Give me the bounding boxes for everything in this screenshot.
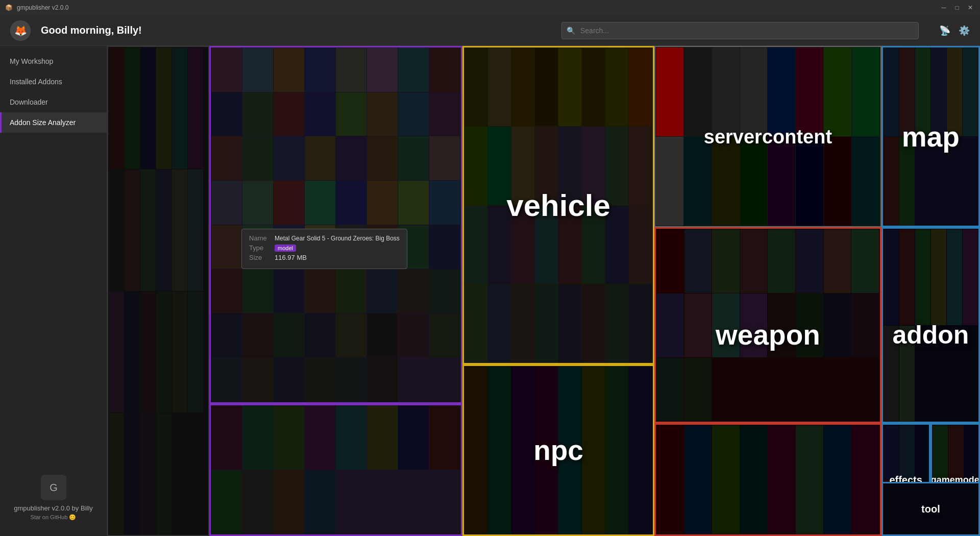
addon-thumb[interactable] xyxy=(605,284,628,362)
addon-thumb[interactable] xyxy=(582,206,605,284)
addon-thumb[interactable] xyxy=(511,127,534,205)
addon-thumb[interactable] xyxy=(796,294,823,357)
addon-thumb[interactable] xyxy=(429,136,460,180)
addon-thumb[interactable] xyxy=(488,127,511,205)
rss-icon[interactable]: 📡 xyxy=(939,25,950,36)
addon-thumb[interactable] xyxy=(305,358,335,402)
treemap-cell-model[interactable]: Name Metal Gear Solid 5 - Ground Zeroes:… xyxy=(209,46,462,404)
addon-thumb[interactable] xyxy=(488,206,511,284)
addon-thumb[interactable] xyxy=(768,47,795,136)
addon-thumb[interactable] xyxy=(140,291,156,413)
addon-thumb[interactable] xyxy=(464,367,487,534)
addon-thumb[interactable] xyxy=(172,169,187,291)
addon-thumb[interactable] xyxy=(582,48,605,126)
addon-thumb[interactable] xyxy=(125,47,140,169)
addon-thumb[interactable] xyxy=(274,406,304,470)
addon-thumb[interactable] xyxy=(656,425,684,534)
addon-thumb[interactable] xyxy=(211,136,242,180)
addon-thumb[interactable] xyxy=(712,47,740,136)
treemap-cell-map[interactable]: map xyxy=(881,46,980,227)
addon-thumb[interactable] xyxy=(305,181,335,225)
addon-thumb[interactable] xyxy=(211,406,242,470)
addon-thumb[interactable] xyxy=(824,294,851,357)
addon-thumb[interactable] xyxy=(582,367,605,534)
addon-thumb[interactable] xyxy=(156,291,172,413)
addon-thumb[interactable] xyxy=(947,229,962,325)
addon-thumb[interactable] xyxy=(305,406,335,470)
addon-thumb[interactable] xyxy=(367,358,398,402)
addon-thumb[interactable] xyxy=(140,413,156,534)
addon-thumb[interactable] xyxy=(367,225,398,269)
addon-thumb[interactable] xyxy=(535,127,558,205)
addon-thumb[interactable] xyxy=(684,425,712,534)
addon-thumb[interactable] xyxy=(899,48,915,136)
addon-thumb[interactable] xyxy=(488,367,511,534)
addon-thumb[interactable] xyxy=(429,181,460,225)
addon-thumb[interactable] xyxy=(242,136,273,180)
addon-thumb[interactable] xyxy=(336,406,366,470)
addon-thumb[interactable] xyxy=(605,127,628,205)
addon-thumb[interactable] xyxy=(684,47,712,136)
addon-thumb[interactable] xyxy=(824,47,851,136)
addon-thumb[interactable] xyxy=(931,229,946,325)
addon-thumb[interactable] xyxy=(211,313,242,357)
addon-thumb[interactable] xyxy=(242,313,273,357)
addon-thumb[interactable] xyxy=(242,406,273,470)
addon-thumb[interactable] xyxy=(125,169,140,291)
addon-thumb[interactable] xyxy=(656,229,684,293)
addon-thumb[interactable] xyxy=(511,284,534,362)
sidebar-item-downloader[interactable]: Downloader xyxy=(0,92,107,112)
addon-thumb[interactable] xyxy=(605,367,628,534)
addon-thumb[interactable] xyxy=(464,127,487,205)
addon-thumb[interactable] xyxy=(274,270,304,313)
addon-thumb[interactable] xyxy=(488,284,511,362)
addon-thumb[interactable] xyxy=(274,181,304,225)
addon-thumb[interactable] xyxy=(336,358,366,402)
addon-thumb[interactable] xyxy=(429,313,460,357)
addon-thumb[interactable] xyxy=(274,48,304,92)
addon-thumb[interactable] xyxy=(824,137,851,226)
addon-thumb[interactable] xyxy=(305,470,335,534)
addon-thumb[interactable] xyxy=(274,470,304,534)
addon-thumb[interactable] xyxy=(824,229,851,293)
addon-thumb[interactable] xyxy=(211,92,242,136)
addon-thumb[interactable] xyxy=(884,48,899,136)
addon-thumb[interactable] xyxy=(429,406,460,470)
addon-thumb[interactable] xyxy=(582,284,605,362)
addon-thumb[interactable] xyxy=(398,92,429,136)
addon-thumb[interactable] xyxy=(947,48,962,136)
treemap-cell-tool[interactable]: tool xyxy=(881,482,980,536)
addon-thumb[interactable] xyxy=(211,358,242,402)
addon-thumb[interactable] xyxy=(211,270,242,313)
treemap-cell-vehicle[interactable]: vehicle xyxy=(462,46,654,364)
addon-thumb[interactable] xyxy=(684,294,712,357)
treemap-cell-npc[interactable]: npc xyxy=(462,364,654,536)
addon-thumb[interactable] xyxy=(211,48,242,92)
search-input[interactable] xyxy=(561,22,919,39)
addon-thumb[interactable] xyxy=(367,270,398,313)
addon-thumb[interactable] xyxy=(336,181,366,225)
addon-thumb[interactable] xyxy=(629,48,652,126)
addon-thumb[interactable] xyxy=(511,367,534,534)
addon-thumb[interactable] xyxy=(305,270,335,313)
addon-thumb[interactable] xyxy=(605,48,628,126)
addon-thumb[interactable] xyxy=(274,92,304,136)
addon-thumb[interactable] xyxy=(656,358,684,422)
addon-thumb[interactable] xyxy=(336,225,366,269)
addon-thumb[interactable] xyxy=(242,48,273,92)
addon-thumb[interactable] xyxy=(684,358,712,422)
addon-thumb[interactable] xyxy=(125,291,140,413)
close-button[interactable]: ✕ xyxy=(966,3,975,12)
addon-thumb[interactable] xyxy=(188,169,203,291)
treemap-cell-model-lower[interactable] xyxy=(209,404,462,536)
addon-thumb[interactable] xyxy=(305,136,335,180)
addon-thumb[interactable] xyxy=(768,229,795,293)
addon-thumb[interactable] xyxy=(211,470,242,534)
addon-thumb[interactable] xyxy=(242,181,273,225)
addon-thumb[interactable] xyxy=(558,48,581,126)
addon-thumb[interactable] xyxy=(367,48,398,92)
addon-thumb[interactable] xyxy=(963,48,978,136)
addon-thumb[interactable] xyxy=(535,367,558,534)
addon-thumb[interactable] xyxy=(899,326,915,422)
addon-thumb[interactable] xyxy=(398,270,429,313)
